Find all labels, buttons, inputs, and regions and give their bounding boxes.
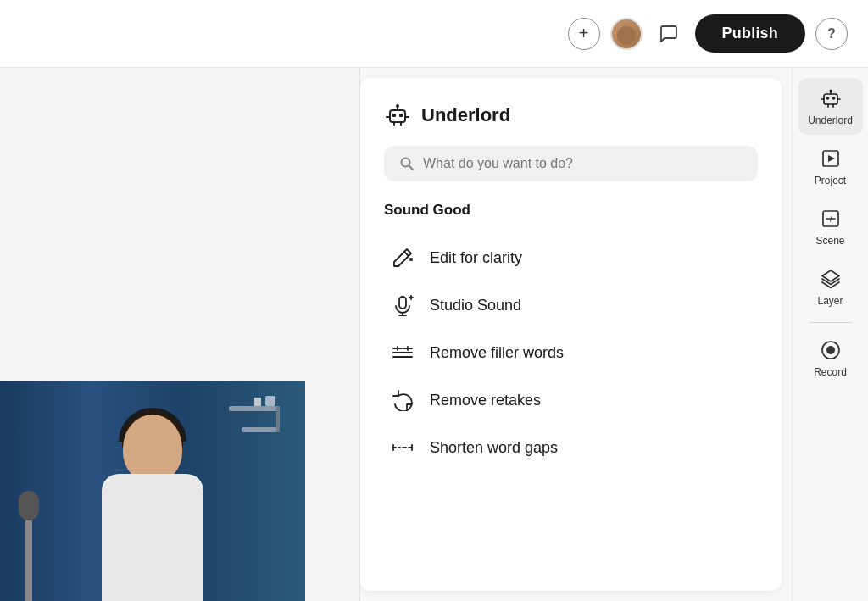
word-gaps-label: Shorten word gaps [430, 439, 558, 457]
right-sidebar: Underlord Project / Scene [792, 68, 868, 601]
studio-sound-icon [391, 293, 415, 317]
sidebar-scene-label: Scene [815, 235, 844, 247]
publish-button[interactable]: Publish [695, 14, 805, 53]
svg-rect-0 [390, 110, 405, 122]
menu-item-word-gaps[interactable]: Shorten word gaps [384, 424, 758, 471]
svg-line-11 [404, 252, 409, 256]
person-body [102, 474, 203, 601]
svg-rect-14 [399, 297, 406, 309]
svg-line-10 [409, 166, 414, 170]
svg-marker-41 [828, 155, 835, 162]
sidebar-item-underlord[interactable]: Underlord [798, 78, 863, 135]
word-gaps-icon [391, 436, 415, 459]
sidebar-item-scene[interactable]: / Scene [798, 198, 863, 255]
svg-point-47 [826, 346, 835, 354]
underlord-panel-container: Underlord Sound Good [359, 68, 792, 601]
main-layout: Underlord Sound Good [0, 68, 868, 601]
svg-rect-2 [399, 114, 403, 117]
studio-sound-label: Studio Sound [430, 297, 521, 314]
plus-icon: + [579, 24, 589, 43]
underlord-header: Underlord [384, 102, 758, 129]
avatar[interactable] [610, 18, 643, 50]
svg-rect-31 [824, 94, 837, 104]
help-button[interactable]: ? [815, 18, 848, 50]
menu-item-filler-words[interactable]: Remove filler words [384, 329, 758, 376]
mic-head [19, 491, 39, 520]
filler-words-icon [391, 341, 415, 364]
menu-item-remove-retakes[interactable]: Remove retakes [384, 376, 758, 424]
headphones [119, 408, 186, 442]
remove-retakes-icon [391, 388, 415, 412]
svg-point-32 [826, 97, 829, 100]
sidebar-underlord-label: Underlord [808, 114, 853, 126]
chat-icon [659, 24, 679, 44]
menu-list: Edit for clarity [384, 234, 758, 471]
add-button[interactable]: + [568, 18, 600, 50]
video-background [0, 381, 305, 601]
person-figure [59, 398, 246, 601]
robot-icon [384, 102, 411, 129]
edit-clarity-icon [391, 246, 415, 270]
sidebar-project-label: Project [815, 175, 846, 186]
svg-text:/: / [829, 215, 832, 224]
sidebar-item-project[interactable]: Project [798, 138, 863, 195]
sidebar-item-layer[interactable]: Layer [798, 259, 863, 315]
preview-area [0, 68, 359, 601]
svg-point-35 [829, 90, 832, 92]
chat-button[interactable] [653, 18, 685, 50]
project-sidebar-icon [821, 147, 841, 170]
section-title: Sound Good [384, 202, 758, 219]
menu-item-studio-sound[interactable]: Studio Sound [384, 281, 758, 329]
svg-point-4 [396, 104, 399, 108]
filler-words-label: Remove filler words [430, 344, 564, 362]
svg-rect-1 [392, 114, 396, 117]
avatar-image [612, 19, 641, 48]
menu-item-edit-clarity[interactable]: Edit for clarity [384, 234, 758, 281]
svg-point-33 [832, 97, 835, 100]
video-preview [0, 381, 305, 601]
sidebar-divider [810, 322, 852, 323]
search-input[interactable] [423, 156, 743, 171]
record-sidebar-icon [821, 338, 841, 362]
search-icon [399, 156, 415, 171]
topbar: + Publish ? [0, 0, 868, 68]
search-bar[interactable] [384, 146, 758, 181]
underlord-panel: Underlord Sound Good [360, 78, 782, 591]
scene-sidebar-icon: / [821, 207, 841, 231]
question-icon: ? [827, 26, 836, 42]
sidebar-record-label: Record [814, 366, 847, 378]
underlord-title: Underlord [421, 104, 510, 126]
mic-stand [25, 516, 32, 601]
robot-sidebar-icon [820, 86, 842, 110]
underlord-panel-icon [384, 102, 411, 129]
sidebar-layer-label: Layer [817, 295, 843, 307]
sidebar-item-record[interactable]: Record [798, 330, 863, 387]
remove-retakes-label: Remove retakes [430, 392, 541, 409]
edit-clarity-label: Edit for clarity [430, 249, 522, 267]
layer-sidebar-icon [821, 267, 841, 291]
